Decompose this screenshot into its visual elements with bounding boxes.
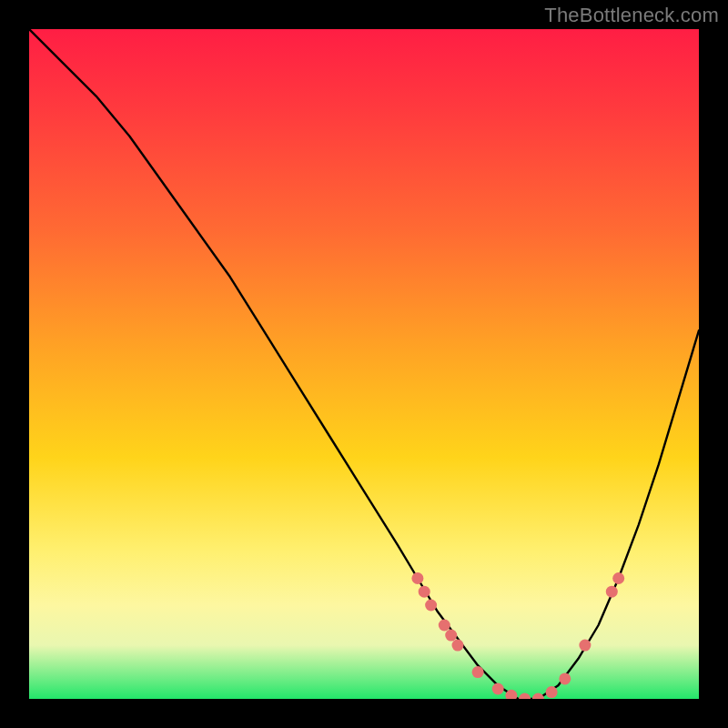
chart-frame: TheBottleneck.com — [0, 0, 728, 728]
curve-svg — [29, 29, 699, 699]
data-marker — [445, 630, 457, 642]
data-marker — [606, 586, 618, 598]
watermark-text: TheBottleneck.com — [544, 4, 719, 27]
data-marker — [546, 686, 558, 698]
data-marker — [452, 640, 464, 652]
data-marker — [519, 693, 531, 700]
data-marker — [559, 672, 571, 684]
data-marker — [579, 640, 591, 652]
data-marker — [532, 693, 544, 700]
data-marker — [411, 572, 423, 584]
bottleneck-curve — [29, 29, 699, 699]
data-marker — [419, 586, 430, 598]
data-marker — [492, 683, 504, 695]
data-marker — [439, 620, 450, 632]
data-marker — [612, 572, 624, 584]
data-marker — [472, 666, 484, 678]
plot-area — [29, 29, 699, 699]
data-marker — [425, 600, 437, 612]
